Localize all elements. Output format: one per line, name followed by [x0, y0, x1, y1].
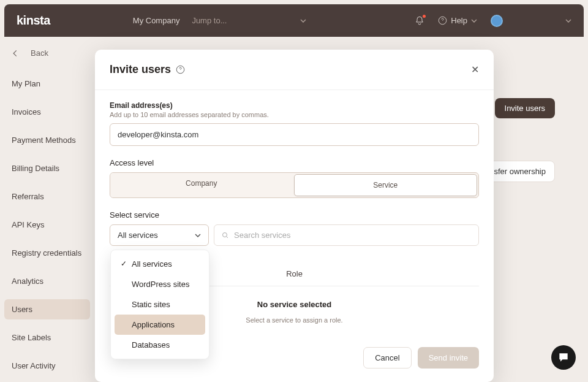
sidebar-item-user-activity[interactable]: User Activity — [4, 356, 90, 376]
help-label: Help — [451, 16, 467, 25]
invite-users-button[interactable]: Invite users — [495, 98, 555, 118]
close-icon[interactable]: ✕ — [471, 64, 479, 75]
company-name: My Company — [133, 16, 180, 25]
email-help: Add up to 10 email addresses separated b… — [110, 111, 479, 118]
access-service-option[interactable]: Service — [294, 174, 478, 196]
chevron-down-icon[interactable] — [565, 19, 571, 23]
email-input[interactable] — [110, 123, 479, 146]
sidebar-item-api-keys[interactable]: API Keys — [4, 215, 90, 235]
access-company-option[interactable]: Company — [110, 173, 293, 197]
cancel-button[interactable]: Cancel — [363, 347, 411, 369]
sidebar-item-users[interactable]: Users — [4, 299, 90, 319]
bell-icon[interactable] — [415, 16, 424, 26]
chat-launcher[interactable] — [551, 345, 576, 370]
search-icon — [222, 232, 229, 239]
select-service-label: Select service — [110, 210, 479, 220]
help-icon — [438, 16, 447, 25]
chevron-down-icon — [300, 19, 306, 23]
sidebar: My Plan Invoices Payment Methods Billing… — [4, 74, 90, 382]
help-icon[interactable] — [176, 65, 185, 74]
service-select[interactable]: All services All services WordPress site… — [110, 224, 209, 246]
back-label: Back — [31, 48, 48, 58]
sidebar-item-referrals[interactable]: Referrals — [4, 186, 90, 207]
chevron-down-icon — [195, 234, 201, 237]
sidebar-item-analytics[interactable]: Analytics — [4, 271, 90, 291]
sidebar-item-site-labels[interactable]: Site Labels — [4, 327, 90, 348]
arrow-left-icon — [11, 49, 20, 58]
sidebar-item-my-plan[interactable]: My Plan — [4, 74, 90, 94]
service-selected-value: All services — [118, 231, 158, 240]
logo: kinsta — [17, 13, 50, 28]
jump-to-label: Jump to... — [192, 16, 227, 25]
email-label: Email address(es) — [110, 101, 479, 110]
dropdown-item-static-sites[interactable]: Static sites — [115, 294, 205, 315]
help-button[interactable]: Help — [438, 16, 477, 25]
modal-title: Invite users — [110, 63, 185, 76]
modal-title-text: Invite users — [110, 63, 171, 76]
access-level-segmented: Company Service — [110, 172, 479, 198]
dropdown-item-all-services[interactable]: All services — [115, 254, 205, 274]
company-selector[interactable]: My Company Jump to... — [133, 16, 307, 25]
sidebar-item-invoices[interactable]: Invoices — [4, 102, 90, 122]
chevron-down-icon — [471, 19, 477, 23]
sidebar-item-billing-details[interactable]: Billing Details — [4, 158, 90, 178]
send-invite-button[interactable]: Send invite — [418, 347, 479, 369]
dropdown-item-databases[interactable]: Databases — [115, 335, 205, 355]
sidebar-item-payment-methods[interactable]: Payment Methods — [4, 130, 90, 150]
sidebar-item-registry-credentials[interactable]: Registry credentials — [4, 243, 90, 263]
search-placeholder: Search services — [234, 231, 290, 240]
svg-point-2 — [223, 232, 227, 237]
search-services-input[interactable]: Search services — [214, 224, 479, 246]
avatar[interactable] — [491, 15, 503, 27]
service-dropdown: All services WordPress sites Static site… — [110, 250, 209, 359]
invite-users-modal: Invite users ✕ Email address(es) Add up … — [95, 50, 494, 382]
dropdown-item-applications[interactable]: Applications — [115, 315, 205, 335]
top-header: kinsta My Company Jump to... Help — [4, 4, 584, 37]
dropdown-item-wordpress-sites[interactable]: WordPress sites — [115, 274, 205, 294]
chat-icon — [557, 351, 570, 364]
access-level-label: Access level — [110, 158, 479, 167]
